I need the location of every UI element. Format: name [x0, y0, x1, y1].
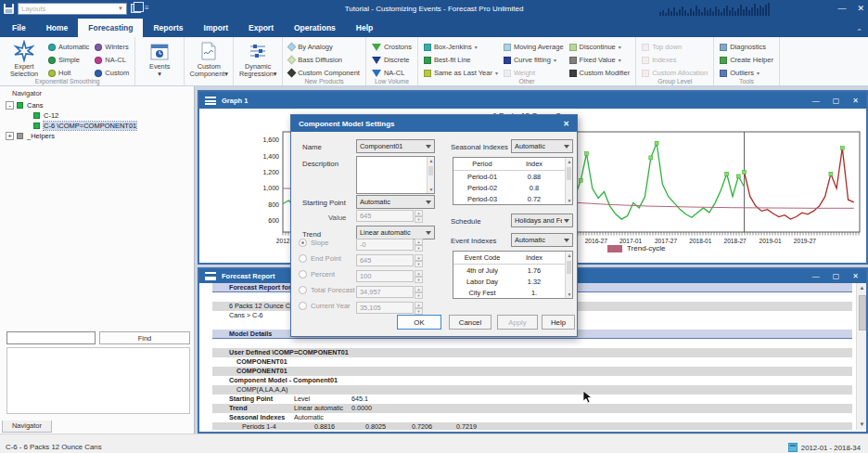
- ribbon-item-diagnostics[interactable]: Diagnostics: [717, 41, 776, 53]
- window-menu-icon[interactable]: [205, 97, 216, 105]
- trend-combobox[interactable]: Linear automatic: [356, 226, 435, 239]
- radio-total-forecast[interactable]: Total Forecast: [299, 286, 355, 294]
- spinner[interactable]: ▲▼: [415, 286, 423, 298]
- spinner[interactable]: ▲▼: [415, 302, 423, 314]
- ribbon-item-fixed-value[interactable]: Fixed Value▾: [567, 54, 633, 66]
- navigator-bottom-tab[interactable]: Navigator: [2, 421, 52, 433]
- scroll-up-icon[interactable]: ▲: [857, 283, 866, 293]
- ribbon-item-best-fit-line[interactable]: Best-fit Line: [421, 54, 501, 66]
- event-index-table[interactable]: Event CodeIndex4th of July1.76Labor Day1…: [453, 251, 573, 299]
- radio-icon[interactable]: [299, 270, 307, 278]
- radio-slope[interactable]: Slope: [299, 239, 328, 247]
- radio-end-point[interactable]: End Point: [299, 254, 341, 263]
- expert-selection-button[interactable]: Expert Selection: [3, 39, 45, 79]
- name-combobox[interactable]: Component01: [356, 139, 435, 153]
- starting-point-combobox[interactable]: Automatic: [356, 195, 435, 209]
- ribbon-item-na-cl[interactable]: NA-CL: [92, 54, 132, 66]
- tree-expander-icon[interactable]: +: [6, 132, 14, 140]
- tree-expander-icon[interactable]: -: [6, 101, 14, 110]
- report-vertical-scrollbar[interactable]: ▲ ▼: [856, 283, 866, 430]
- seasonal-table-scrollbar[interactable]: ▲▼: [565, 158, 572, 204]
- tab-operations[interactable]: Operations: [284, 19, 346, 37]
- new-window-icon[interactable]: [131, 4, 141, 13]
- tab-file[interactable]: File: [2, 19, 36, 37]
- event-table-row[interactable]: 4th of July1.76: [453, 265, 572, 276]
- tab-help[interactable]: Help: [346, 19, 383, 37]
- seasonal-index-table[interactable]: PeriodIndexPeriod-010.88Period-020.8Peri…: [453, 157, 573, 205]
- app-minimize-button[interactable]: —: [837, 4, 846, 13]
- ribbon-item-bass-diffusion[interactable]: Bass Diffusion: [286, 54, 363, 66]
- spinner[interactable]: ▲▼: [415, 254, 423, 266]
- find-input[interactable]: [6, 331, 96, 344]
- spinner[interactable]: ▲▼: [415, 239, 423, 251]
- seasonal-table-row[interactable]: Period-010.88: [453, 171, 572, 182]
- radio-icon[interactable]: [299, 286, 307, 294]
- ok-button[interactable]: OK: [397, 315, 441, 330]
- save-icon[interactable]: [4, 4, 14, 14]
- app-close-button[interactable]: ✕: [857, 4, 864, 13]
- layouts-combobox[interactable]: Layouts▼: [18, 3, 127, 15]
- ribbon-item-discontinue[interactable]: Discontinue▾: [567, 41, 633, 53]
- ribbon-item-curve-fitting[interactable]: Curve fitting▾: [501, 54, 567, 66]
- tree-item-c-12[interactable]: C-12: [6, 110, 188, 121]
- tree-item-cans[interactable]: -Cans: [6, 100, 188, 110]
- radio-icon[interactable]: [299, 302, 307, 310]
- ribbon-item-discrete[interactable]: Discrete: [369, 54, 415, 66]
- event-table-row[interactable]: Labor Day1.32: [453, 276, 572, 287]
- radio-current-year[interactable]: Current Year: [299, 302, 351, 310]
- custom-component-button[interactable]: Custom Component▾: [187, 39, 230, 79]
- seasonal-indexes-combobox[interactable]: Automatic: [511, 139, 573, 153]
- graph-minimize-button[interactable]: —: [812, 97, 820, 105]
- scroll-down-icon[interactable]: ▼: [857, 420, 866, 430]
- ribbon-item-simple[interactable]: Simple: [45, 54, 92, 66]
- tree-item--helpers[interactable]: +_Helpers: [6, 131, 188, 141]
- find-button[interactable]: Find: [99, 331, 190, 344]
- tab-reports[interactable]: Reports: [143, 19, 193, 37]
- tab-home[interactable]: Home: [36, 19, 79, 37]
- radio-percent[interactable]: Percent: [299, 270, 335, 278]
- event-table-scrollbar[interactable]: ▲▼: [565, 252, 572, 298]
- value-spinner[interactable]: ▲▼: [415, 210, 423, 222]
- tab-import[interactable]: Import: [194, 19, 238, 37]
- seasonal-table-row[interactable]: Period-030.72: [453, 193, 572, 204]
- radio-icon[interactable]: [299, 239, 307, 247]
- dialog-titlebar[interactable]: Component Model Settings ✕: [291, 115, 577, 132]
- total-forecast-input[interactable]: 34,957: [356, 286, 414, 298]
- ribbon-item-create-helper[interactable]: Create Helper: [717, 54, 776, 66]
- seasonal-table-row[interactable]: Period-020.8: [453, 182, 572, 193]
- event-table-row[interactable]: City Fest1.: [453, 287, 572, 298]
- textarea-scrollbar[interactable]: ▲▼: [427, 157, 434, 193]
- report-maximize-button[interactable]: ▢: [833, 272, 840, 280]
- description-textarea[interactable]: ▲▼: [356, 156, 435, 194]
- qat-customize-icon[interactable]: ≡: [145, 5, 149, 12]
- dynamic-regression-button[interactable]: Dynamic Regression▾: [236, 39, 279, 79]
- ribbon-item-automatic[interactable]: Automatic: [45, 41, 92, 53]
- scroll-thumb[interactable]: [859, 295, 866, 330]
- dialog-close-icon[interactable]: ✕: [563, 120, 569, 128]
- end-point-input[interactable]: 645: [356, 254, 414, 266]
- tree-item-c-6-comp-component01[interactable]: C-6 \COMP=COMPONENT01: [6, 121, 188, 131]
- cancel-button[interactable]: Cancel: [449, 315, 491, 330]
- tab-export[interactable]: Export: [238, 19, 284, 37]
- graph-close-button[interactable]: ✕: [852, 97, 859, 105]
- spinner[interactable]: ▲▼: [415, 270, 423, 282]
- value-input[interactable]: 645: [356, 210, 414, 222]
- ribbon-item-winters[interactable]: Winters: [92, 41, 132, 53]
- tab-forecasting[interactable]: Forecasting: [78, 19, 143, 37]
- report-close-button[interactable]: ✕: [852, 272, 859, 280]
- ribbon-item-box-jenkins[interactable]: Box-Jenkins▾: [421, 41, 501, 53]
- events-button[interactable]: Events ▾: [138, 39, 181, 79]
- find-results-list[interactable]: [6, 347, 190, 414]
- event-indexes-combobox[interactable]: Automatic: [511, 233, 573, 247]
- current-year-input[interactable]: 35,105: [356, 302, 414, 314]
- radio-icon[interactable]: [299, 254, 307, 263]
- ribbon-item-crostons[interactable]: Crostons: [369, 41, 415, 53]
- help-button[interactable]: Help: [542, 315, 575, 330]
- percent-input[interactable]: 100: [356, 270, 414, 282]
- graph-window-titlebar[interactable]: Graph 1 — ▢ ✕: [199, 92, 866, 109]
- ribbon-item-moving-average[interactable]: Moving Average: [501, 41, 567, 53]
- schedule-combobox[interactable]: Holidays and Festi: [511, 214, 573, 227]
- slope-input[interactable]: -0: [356, 239, 414, 251]
- window-menu-icon[interactable]: [205, 272, 216, 280]
- report-minimize-button[interactable]: —: [812, 272, 820, 280]
